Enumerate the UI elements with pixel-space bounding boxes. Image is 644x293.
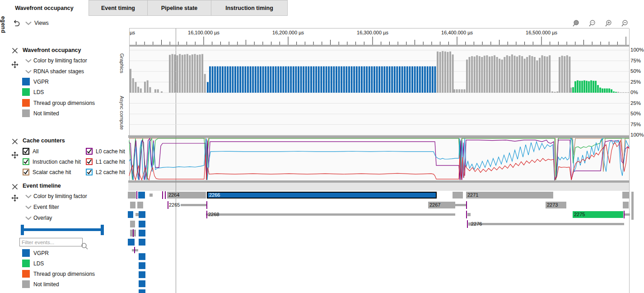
- occupancy-bar[interactable]: [604, 89, 606, 93]
- event-sync-tick[interactable]: [466, 211, 467, 218]
- occupancy-bar[interactable]: [409, 66, 411, 93]
- event-timeline-scrollbar[interactable]: [631, 192, 634, 220]
- occupancy-bar[interactable]: [378, 66, 380, 93]
- occupancy-bar[interactable]: [147, 80, 149, 93]
- event-sync-tick[interactable]: [165, 191, 166, 199]
- occupancy-bar[interactable]: [536, 61, 538, 93]
- occupancy-bar[interactable]: [229, 66, 231, 93]
- occupancy-bar[interactable]: [207, 82, 209, 93]
- occupancy-bar[interactable]: [559, 57, 560, 93]
- occupancy-bar[interactable]: [476, 55, 478, 93]
- color-by-limiting-factor-dropdown[interactable]: Color by limiting factor: [33, 193, 87, 199]
- occupancy-bar[interactable]: [310, 66, 312, 93]
- event-bar[interactable]: [139, 211, 145, 218]
- occupancy-bar[interactable]: [298, 66, 299, 93]
- occupancy-bar[interactable]: [308, 66, 309, 93]
- occupancy-bar[interactable]: [212, 66, 214, 93]
- tab-pipeline-state[interactable]: Pipeline state: [147, 0, 211, 16]
- occupancy-bar[interactable]: [534, 57, 536, 93]
- occupancy-bar[interactable]: [255, 66, 257, 93]
- occupancy-bar[interactable]: [541, 55, 543, 93]
- occupancy-bar[interactable]: [260, 66, 261, 93]
- event-bar[interactable]: [622, 192, 629, 198]
- event-bar[interactable]: [139, 289, 145, 293]
- occupancy-bar[interactable]: [376, 66, 378, 93]
- occupancy-bar[interactable]: [242, 66, 244, 93]
- occupancy-bar[interactable]: [154, 90, 156, 93]
- event-duration-line[interactable]: [625, 213, 630, 216]
- occupancy-bar[interactable]: [449, 52, 451, 93]
- event-duration-line[interactable]: [455, 204, 466, 206]
- event-sync-tick[interactable]: [206, 211, 207, 218]
- occupancy-bar[interactable]: [137, 87, 139, 93]
- occupancy-bar[interactable]: [611, 90, 612, 93]
- event-bar-2264[interactable]: 2264: [167, 192, 206, 198]
- event-bar[interactable]: [128, 239, 135, 246]
- occupancy-bar[interactable]: [399, 66, 401, 93]
- occupancy-bar[interactable]: [130, 69, 131, 93]
- occupancy-bar[interactable]: [157, 90, 159, 93]
- event-bar[interactable]: [130, 221, 135, 227]
- occupancy-bar[interactable]: [244, 66, 246, 93]
- occupancy-bar[interactable]: [514, 56, 516, 93]
- event-bar[interactable]: [139, 262, 145, 269]
- occupancy-bar[interactable]: [328, 66, 330, 93]
- occupancy-bar[interactable]: [524, 59, 526, 93]
- occupancy-bar[interactable]: [544, 56, 546, 93]
- occupancy-bar[interactable]: [239, 66, 241, 93]
- occupancy-bar[interactable]: [526, 57, 528, 93]
- occupancy-bar[interactable]: [295, 66, 297, 93]
- occupancy-bar[interactable]: [474, 57, 476, 93]
- duration-slider-left-handle[interactable]: [21, 225, 24, 235]
- occupancy-bar[interactable]: [494, 55, 495, 93]
- event-bar-2275[interactable]: 2275: [573, 211, 623, 218]
- event-bar-2266[interactable]: 2266: [207, 192, 437, 198]
- occupancy-bar[interactable]: [595, 81, 597, 93]
- checkbox-l2-cache-hit[interactable]: [86, 169, 93, 175]
- occupancy-bar[interactable]: [456, 90, 458, 93]
- occupancy-bar[interactable]: [531, 56, 533, 93]
- event-duration-line[interactable]: [206, 213, 455, 216]
- occupancy-bar[interactable]: [313, 66, 315, 93]
- occupancy-bar[interactable]: [479, 56, 481, 93]
- occupancy-bar[interactable]: [189, 55, 191, 93]
- occupancy-bar[interactable]: [608, 89, 610, 93]
- occupancy-bar[interactable]: [257, 66, 259, 93]
- cache-counters-chart[interactable]: [130, 138, 629, 180]
- occupancy-bar[interactable]: [529, 55, 531, 93]
- occupancy-bar[interactable]: [458, 90, 460, 93]
- occupancy-bar[interactable]: [625, 92, 627, 93]
- occupancy-bar[interactable]: [277, 66, 279, 93]
- occupancy-bar[interactable]: [333, 66, 335, 93]
- occupancy-bar[interactable]: [481, 57, 483, 93]
- occupancy-bar[interactable]: [396, 66, 398, 93]
- occupancy-bar[interactable]: [427, 66, 429, 93]
- tab-wavefront-occupancy[interactable]: Wavefront occupancy: [0, 0, 89, 16]
- event-bar-2271[interactable]: 2271: [466, 192, 553, 198]
- occupancy-bar[interactable]: [551, 91, 553, 93]
- occupancy-bar[interactable]: [364, 66, 365, 93]
- occupancy-bar[interactable]: [285, 66, 287, 93]
- occupancy-bar[interactable]: [280, 66, 282, 93]
- occupancy-bar[interactable]: [414, 66, 416, 93]
- occupancy-bar[interactable]: [217, 66, 219, 93]
- color-by-limiting-factor-dropdown[interactable]: Color by limiting factor: [33, 57, 87, 64]
- occupancy-bar[interactable]: [275, 66, 277, 93]
- event-bar[interactable]: [137, 202, 143, 208]
- occupancy-bar[interactable]: [361, 66, 363, 93]
- event-bar[interactable]: [623, 202, 629, 208]
- event-bar[interactable]: [139, 221, 145, 227]
- occupancy-bar[interactable]: [293, 66, 294, 93]
- checkbox-scalar-cache-hit[interactable]: [23, 169, 29, 175]
- occupancy-bar[interactable]: [432, 66, 434, 93]
- checkbox-instruction-cache-hit[interactable]: [23, 158, 29, 165]
- occupancy-bar[interactable]: [599, 88, 601, 93]
- occupancy-bar[interactable]: [484, 56, 485, 93]
- occupancy-bar[interactable]: [144, 82, 146, 93]
- occupancy-bar[interactable]: [356, 66, 358, 93]
- event-sync-tick[interactable]: [162, 191, 163, 199]
- occupancy-bar[interactable]: [209, 66, 211, 93]
- occupancy-bar[interactable]: [511, 54, 513, 93]
- event-id-label-2265[interactable]: 2265: [169, 202, 180, 208]
- occupancy-bar[interactable]: [570, 88, 572, 93]
